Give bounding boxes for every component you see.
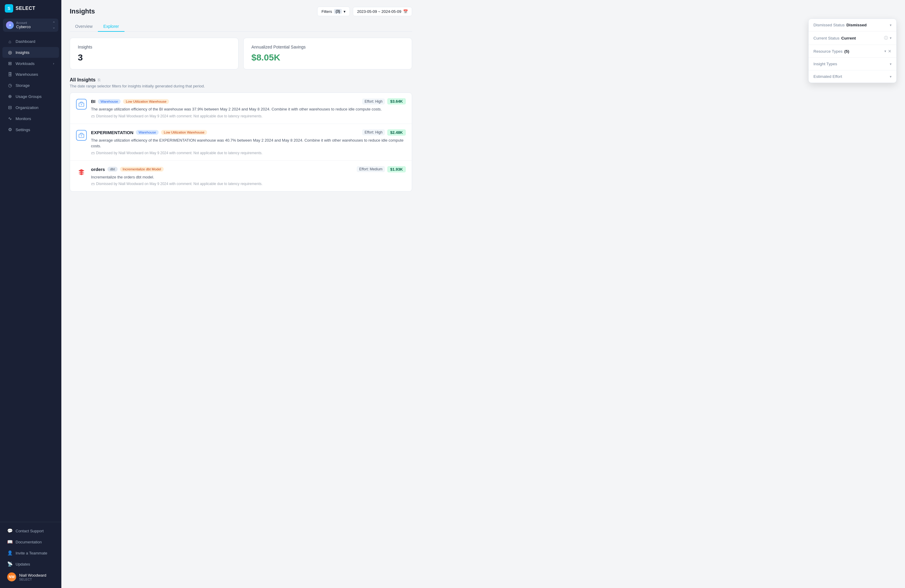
- date-range-button[interactable]: 2023-05-09 ~ 2024-05-09 📅: [353, 7, 412, 16]
- insight-description: Incrementalize the orders dbt model.: [91, 174, 406, 180]
- filter-estimated-effort[interactable]: Estimated Effort ▾: [809, 70, 896, 83]
- section-title: All Insights: [70, 77, 95, 83]
- filter-resource-types[interactable]: Resource Types (5) ▾ ✕: [809, 45, 896, 58]
- savings-card-value: $8.05K: [251, 52, 404, 63]
- sidebar-item-label: Usage Groups: [16, 94, 41, 99]
- chevron-down-icon: ▾: [890, 36, 892, 40]
- filter-label: Current Status: [813, 36, 840, 40]
- sidebar-item-documentation[interactable]: 📖 Documentation: [2, 537, 59, 547]
- page-header: Insights Filters (3) ▾ 2023-05-09 ~ 2024…: [70, 6, 412, 16]
- contact-support-icon: 💬: [7, 528, 13, 534]
- user-sub: SELECT: [19, 577, 54, 581]
- insight-content: orders dbt Incrementalize dbt Model Effo…: [91, 166, 406, 186]
- sidebar-item-label: Contact Support: [16, 529, 44, 533]
- sidebar-item-label: Workloads: [16, 61, 35, 66]
- info-icon: ⓘ: [884, 35, 888, 41]
- sidebar-item-label: Organization: [16, 105, 39, 110]
- filter-insight-types[interactable]: Insight Types ▾: [809, 58, 896, 70]
- dashboard-icon: ⌂: [7, 39, 13, 44]
- filter-value: Dismissed: [846, 23, 867, 27]
- tab-overview[interactable]: Overview: [70, 22, 98, 32]
- sidebar-item-organization[interactable]: ⊟ Organization: [2, 102, 59, 113]
- calendar-icon: 📅: [403, 9, 408, 14]
- account-icon: ✦: [6, 21, 14, 29]
- warehouses-icon: 🗄: [7, 72, 13, 77]
- sidebar-item-usage-groups[interactable]: ⊕ Usage Groups: [2, 91, 59, 102]
- sidebar-item-invite-teammate[interactable]: 👤 Invite a Teammate: [2, 548, 59, 558]
- dismissed-icon: 🗃: [91, 114, 95, 118]
- sidebar-item-settings[interactable]: ⚙ Settings: [2, 124, 59, 135]
- usage-groups-icon: ⊕: [7, 94, 13, 99]
- sidebar-item-dashboard[interactable]: ⌂ Dashboard: [2, 36, 59, 47]
- table-row: BI Warehouse Low Utilization Warehouse E…: [70, 93, 412, 124]
- filter-row-right: ▾ ✕: [884, 49, 892, 54]
- warehouse-icon: [76, 99, 87, 110]
- insights-list: BI Warehouse Low Utilization Warehouse E…: [70, 92, 412, 192]
- tag-warehouse[interactable]: Warehouse: [136, 130, 159, 135]
- account-chevron-icon: ⌃⌄: [52, 21, 56, 29]
- filter-value: Current: [841, 36, 856, 40]
- filter-label: Insight Types: [813, 62, 837, 66]
- insight-header-row: BI Warehouse Low Utilization Warehouse E…: [91, 98, 406, 105]
- account-selector[interactable]: ✦ Account Cyberco ⌃⌄: [3, 19, 58, 32]
- filters-count-badge: (3): [334, 9, 342, 14]
- tag-warehouse[interactable]: Warehouse: [98, 99, 121, 104]
- avatar: NW: [7, 572, 16, 582]
- copy-icon[interactable]: ⎘: [98, 78, 100, 82]
- insight-title-row: BI Warehouse Low Utilization Warehouse: [91, 99, 169, 104]
- dbt-icon: [76, 167, 87, 178]
- filter-panel: Dismissed Status Dismissed ▾ Current Sta…: [808, 19, 897, 83]
- user-profile[interactable]: NW Niall Woodward SELECT: [2, 570, 59, 584]
- insight-meta-right: Effort: Medium $1.93K: [357, 166, 406, 172]
- filter-dismissed-status[interactable]: Dismissed Status Dismissed ▾: [809, 19, 896, 32]
- sidebar-item-label: Invite a Teammate: [16, 551, 47, 555]
- invite-icon: 👤: [7, 550, 13, 556]
- table-row: orders dbt Incrementalize dbt Model Effo…: [70, 161, 412, 192]
- tabs: Overview Explorer: [70, 22, 412, 32]
- filter-row-right: ▾: [890, 75, 892, 79]
- savings-summary-card: Annualized Potential Savings $8.05K: [243, 38, 412, 70]
- section-header: All Insights ⎘: [70, 77, 412, 83]
- tag-low-utilization[interactable]: Low Utilization Warehouse: [123, 99, 169, 104]
- sidebar-item-insights[interactable]: ◎ Insights: [2, 47, 59, 58]
- filter-current-status[interactable]: Current Status Current ⓘ ▾: [809, 32, 896, 45]
- insight-title-row: EXPERIMENTATION Warehouse Low Utilizatio…: [91, 130, 207, 135]
- tag-dbt[interactable]: dbt: [108, 167, 117, 172]
- insight-header-row: EXPERIMENTATION Warehouse Low Utilizatio…: [91, 129, 406, 136]
- sidebar-item-warehouses[interactable]: 🗄 Warehouses: [2, 69, 59, 79]
- dismissed-icon: 🗃: [91, 151, 95, 155]
- sidebar-item-label: Updates: [16, 562, 30, 566]
- filters-button[interactable]: Filters (3) ▾: [317, 6, 350, 16]
- sidebar-item-label: Insights: [16, 50, 30, 55]
- section-subtitle: The date range selector filters for insi…: [70, 84, 412, 88]
- header-actions: Filters (3) ▾ 2023-05-09 ~ 2024-05-09 📅: [317, 6, 412, 16]
- monitors-icon: ∿: [7, 116, 13, 121]
- settings-icon: ⚙: [7, 127, 13, 132]
- sidebar-item-updates[interactable]: 📡 Updates: [2, 559, 59, 569]
- sidebar-item-monitors[interactable]: ∿ Monitors: [2, 113, 59, 124]
- logo-text: SELECT: [16, 6, 35, 11]
- sidebar-item-label: Settings: [16, 127, 30, 132]
- sidebar-bottom: 💬 Contact Support 📖 Documentation 👤 Invi…: [0, 522, 61, 588]
- filter-row-right: ⓘ ▾: [884, 35, 892, 41]
- insight-description: The average utilization efficiency of th…: [91, 106, 406, 112]
- clear-filter-icon[interactable]: ✕: [888, 49, 892, 54]
- insights-icon: ◎: [7, 50, 13, 55]
- dismissed-icon: 🗃: [91, 182, 95, 186]
- sidebar-item-label: Warehouses: [16, 72, 38, 77]
- filter-row-right: ▾: [890, 62, 892, 66]
- sidebar-item-storage[interactable]: ◷ Storage: [2, 80, 59, 91]
- sidebar-item-contact-support[interactable]: 💬 Contact Support: [2, 525, 59, 536]
- chevron-down-icon: ▾: [884, 49, 886, 53]
- tab-explorer[interactable]: Explorer: [98, 22, 124, 32]
- chevron-down-icon: ▾: [890, 75, 892, 79]
- filter-value: (5): [844, 49, 849, 54]
- insight-header-row: orders dbt Incrementalize dbt Model Effo…: [91, 166, 406, 172]
- effort-badge: Effort: Medium: [357, 166, 385, 172]
- tag-incrementalize[interactable]: Incrementalize dbt Model: [120, 167, 164, 172]
- user-name: Niall Woodward: [19, 573, 54, 577]
- tag-low-utilization[interactable]: Low Utilization Warehouse: [161, 130, 207, 135]
- insights-card-value: 3: [78, 52, 230, 63]
- insights-summary-card: Insights 3: [70, 38, 238, 70]
- sidebar-item-workloads[interactable]: ⊞ Workloads ›: [2, 58, 59, 69]
